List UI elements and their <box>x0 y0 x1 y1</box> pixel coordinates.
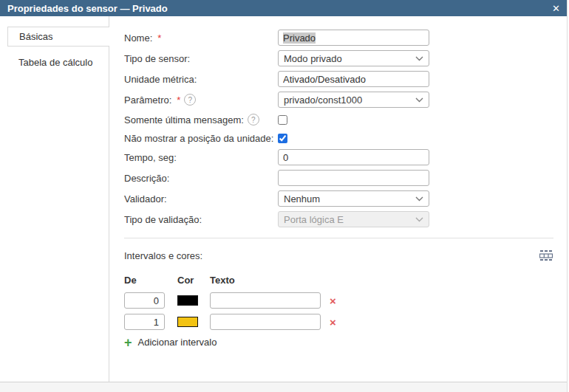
interval-row: × <box>124 292 553 309</box>
row-tipo-validacao: Tipo de validação: Porta lógica E <box>124 211 553 227</box>
row-validador: Validador: Nenhum <box>124 190 553 207</box>
parametro-value: privado/const1000 <box>284 94 362 106</box>
row-nao-mostrar: Não mostrar a posição da unidade: <box>124 131 553 145</box>
section-divider <box>124 238 553 238</box>
unidade-label: Unidade métrica: <box>124 74 197 85</box>
row-descricao: Descrição: <box>124 170 553 186</box>
descricao-label: Descrição: <box>124 173 169 184</box>
add-interval-label: Adicionar intervalo <box>138 337 217 348</box>
chevron-down-icon <box>415 97 423 103</box>
intervals-table-header: De Cor Texto <box>124 275 553 286</box>
somente-ultima-label: Somente última mensagem: <box>124 114 244 125</box>
nao-mostrar-label: Não mostrar a posição da unidade: <box>124 133 273 144</box>
nome-label: Nome: <box>124 32 152 44</box>
row-parametro: Parâmetro:* ? privado/const1000 <box>124 92 553 108</box>
row-tipo-sensor: Tipo de sensor: Modo privado <box>124 50 553 66</box>
color-swatch[interactable] <box>177 317 198 327</box>
help-icon[interactable]: ? <box>184 94 196 106</box>
tab-basicas[interactable]: Básicas <box>7 27 109 47</box>
plus-icon: + <box>124 337 132 348</box>
chevron-down-icon <box>415 196 423 202</box>
tab-tabela-de-calculo[interactable]: Tabela de cálculo <box>7 53 109 72</box>
column-header-de: De <box>124 275 165 286</box>
interval-from-input[interactable] <box>124 292 165 309</box>
tipo-validacao-value: Porta lógica E <box>284 214 344 225</box>
tipo-sensor-value: Modo privado <box>284 53 342 64</box>
dialog-footer <box>0 382 567 392</box>
dialog-title: Propriedades do sensor — Privado <box>7 3 168 14</box>
unidade-input[interactable] <box>278 71 429 87</box>
somente-ultima-checkbox[interactable] <box>278 115 287 125</box>
intervals-section-label: Intervalos e cores: <box>124 250 202 261</box>
interval-text-input[interactable] <box>210 292 321 309</box>
tab-rail: Básicas Tabela de cálculo <box>0 16 109 382</box>
delete-interval-icon[interactable]: × <box>330 295 336 306</box>
intervals-header: Intervalos e cores: <box>124 250 553 261</box>
interval-row: × <box>124 314 553 330</box>
close-icon[interactable]: ✕ <box>552 4 560 13</box>
help-icon[interactable]: ? <box>248 114 259 125</box>
parametro-select[interactable]: privado/const1000 <box>278 92 429 108</box>
tempo-input[interactable] <box>278 149 429 165</box>
chevron-down-icon <box>415 56 423 61</box>
column-header-texto: Texto <box>210 275 321 286</box>
required-asterisk: * <box>157 32 161 44</box>
dialog-titlebar: Propriedades do sensor — Privado ✕ <box>0 0 567 16</box>
row-somente-ultima: Somente última mensagem: ? <box>124 112 553 127</box>
row-nome: Nome:* Privado <box>124 30 553 46</box>
required-asterisk: * <box>177 94 180 106</box>
row-tempo: Tempo, seg: <box>124 149 553 165</box>
parametro-label: Parâmetro: <box>124 94 171 106</box>
sensor-properties-dialog: Propriedades do sensor — Privado ✕ Básic… <box>0 0 568 392</box>
chevron-down-icon <box>415 217 423 222</box>
validador-value: Nenhum <box>284 193 320 204</box>
row-unidade: Unidade métrica: <box>124 71 553 87</box>
nao-mostrar-checkbox[interactable] <box>278 134 287 143</box>
nome-selected-text: Privado <box>283 32 316 44</box>
tipo-validacao-select-disabled: Porta lógica E <box>278 211 429 227</box>
tab-tabela-label: Tabela de cálculo <box>18 57 92 68</box>
dialog-body: Básicas Tabela de cálculo Nome:* Privado… <box>0 16 567 382</box>
interval-from-input[interactable] <box>124 314 165 330</box>
color-swatch[interactable] <box>177 295 198 306</box>
column-header-cor: Cor <box>177 275 198 286</box>
add-interval-button[interactable]: + Adicionar intervalo <box>124 337 553 348</box>
nome-input[interactable]: Privado <box>278 30 429 46</box>
tipo-sensor-label: Tipo de sensor: <box>124 53 190 64</box>
tab-basicas-label: Básicas <box>19 31 53 42</box>
interval-grid-icon[interactable] <box>539 250 553 261</box>
delete-interval-icon[interactable]: × <box>330 317 336 328</box>
tipo-sensor-select[interactable]: Modo privado <box>278 50 429 66</box>
tipo-validacao-label: Tipo de validação: <box>124 214 202 225</box>
descricao-input[interactable] <box>278 170 429 186</box>
interval-text-input[interactable] <box>210 314 321 330</box>
validador-select[interactable]: Nenhum <box>278 190 429 207</box>
form-panel: Nome:* Privado Tipo de sensor: Modo priv… <box>109 16 567 382</box>
tempo-label: Tempo, seg: <box>124 152 177 163</box>
validador-label: Validador: <box>124 193 167 204</box>
